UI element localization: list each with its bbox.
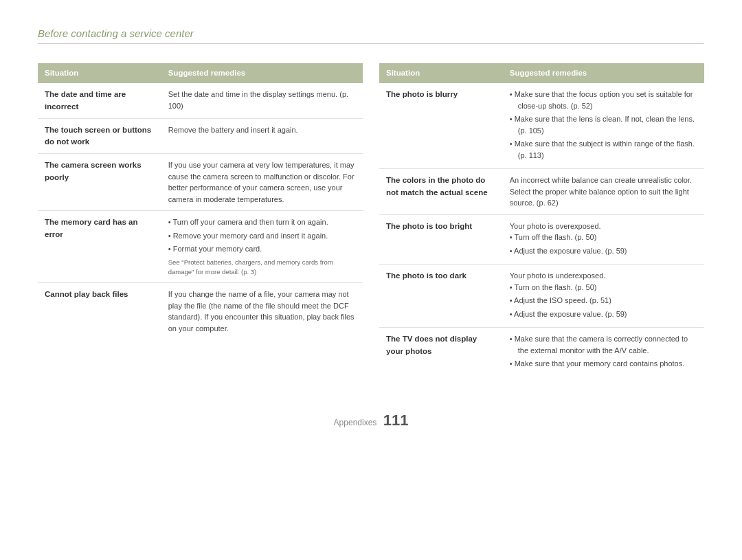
left-col2-header: Suggested remedies — [161, 63, 363, 83]
table-row: The colors in the photo do not match the… — [379, 169, 704, 215]
table-row: The touch screen or buttons do not workR… — [38, 118, 363, 154]
situation-cell: The photo is blurry — [379, 83, 503, 169]
list-item: Make sure that the lens is clean. If not… — [510, 113, 697, 136]
remedy-text: Set the date and time in the display set… — [168, 89, 356, 111]
footer-page: 111 — [383, 412, 409, 429]
remedy-text: Remove the battery and insert it again. — [168, 124, 356, 136]
remedy-cell: If you use your camera at very low tempe… — [161, 154, 363, 211]
list-item: Make sure that the focus option you set … — [510, 89, 697, 111]
situation-cell: The memory card has an error — [38, 211, 161, 283]
left-table: Situation Suggested remedies The date an… — [38, 63, 363, 339]
situation-cell: Cannot play back files — [38, 283, 161, 340]
list-item: Turn off the flash. (p. 50) — [510, 232, 697, 243]
remedy-cell: If you change the name of a file, your c… — [161, 283, 363, 340]
right-table: Situation Suggested remedies The photo i… — [379, 63, 704, 377]
tables-container: Situation Suggested remedies The date an… — [38, 63, 704, 377]
list-item: Make sure that the camera is correctly c… — [510, 333, 697, 356]
situation-cell: The colors in the photo do not match the… — [379, 169, 503, 215]
list-item: Make sure that the subject is within ran… — [510, 138, 697, 161]
situation-cell: The photo is too dark — [379, 265, 503, 328]
list-item: Turn on the flash. (p. 50) — [510, 282, 697, 293]
left-table-wrap: Situation Suggested remedies The date an… — [38, 63, 363, 377]
remedy-cell: Set the date and time in the display set… — [161, 83, 363, 118]
remedy-cell: Your photo is overexposed.Turn off the f… — [503, 214, 704, 265]
remedy-cell: Your photo is underexposed.Turn on the f… — [503, 265, 704, 328]
remedy-cell: Remove the battery and insert it again. — [161, 118, 363, 154]
table-row: The memory card has an errorTurn off you… — [38, 211, 363, 283]
remedy-text: Your photo is underexposed. — [510, 270, 697, 282]
remedy-cell: Make sure that the camera is correctly c… — [503, 328, 704, 377]
footer-label: Appendixes — [334, 418, 377, 427]
list-item: Adjust the exposure value. (p. 59) — [510, 309, 697, 320]
list-item: Adjust the ISO speed. (p. 51) — [510, 295, 697, 306]
remedy-list: Make sure that the camera is correctly c… — [510, 333, 697, 370]
list-item: Format your memory card. — [168, 243, 356, 255]
remedy-text: If you change the name of a file, your c… — [168, 289, 356, 334]
list-item: Remove your memory card and insert it ag… — [168, 230, 356, 242]
table-row: The date and time are incorrectSet the d… — [38, 83, 363, 118]
list-item: Make sure that your memory card contains… — [510, 358, 697, 370]
list-item: Adjust the exposure value. (p. 59) — [510, 245, 697, 257]
table-row: The photo is blurryMake sure that the fo… — [379, 83, 704, 169]
right-col1-header: Situation — [379, 63, 503, 83]
right-table-wrap: Situation Suggested remedies The photo i… — [379, 63, 704, 377]
list-item: Turn off your camera and then turn it on… — [168, 216, 356, 228]
table-row: The camera screen works poorlyIf you use… — [38, 154, 363, 211]
footer: Appendixes 111 — [38, 412, 704, 429]
table-row: Cannot play back filesIf you change the … — [38, 283, 363, 340]
remedy-list: Turn off your camera and then turn it on… — [168, 216, 356, 255]
situation-cell: The touch screen or buttons do not work — [38, 118, 161, 154]
remedy-list: Turn off the flash. (p. 50)Adjust the ex… — [510, 232, 697, 256]
remedy-text: Your photo is overexposed. — [510, 221, 697, 232]
remedy-list: Turn on the flash. (p. 50)Adjust the ISO… — [510, 282, 697, 320]
table-row: The TV does not display your photosMake … — [379, 328, 704, 377]
remedy-text: An incorrect white balance can create un… — [510, 175, 697, 209]
remedy-cell: Turn off your camera and then turn it on… — [161, 211, 363, 283]
table-row: The photo is too darkYour photo is under… — [379, 265, 704, 328]
situation-cell: The date and time are incorrect — [38, 83, 161, 118]
page-title: Before contacting a service center — [38, 27, 704, 44]
remedy-list: Make sure that the focus option you set … — [510, 89, 697, 161]
remedy-text: If you use your camera at very low tempe… — [168, 159, 356, 205]
table-row: The photo is too brightYour photo is ove… — [379, 214, 704, 265]
remedy-cell: An incorrect white balance can create un… — [503, 169, 704, 215]
left-col1-header: Situation — [38, 63, 161, 83]
right-col2-header: Suggested remedies — [503, 63, 704, 83]
remedy-cell: Make sure that the focus option you set … — [503, 83, 704, 169]
situation-cell: The photo is too bright — [379, 214, 503, 265]
remedy-note: See "Protect batteries, chargers, and me… — [168, 258, 356, 278]
situation-cell: The camera screen works poorly — [38, 154, 161, 211]
situation-cell: The TV does not display your photos — [379, 328, 503, 377]
